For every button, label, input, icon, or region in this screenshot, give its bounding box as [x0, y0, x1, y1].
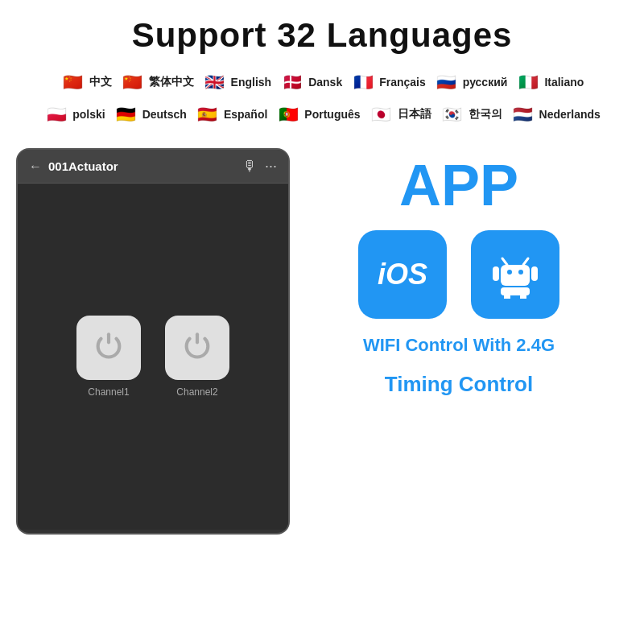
svg-rect-7: [520, 294, 526, 299]
right-panel: APP iOS: [290, 148, 628, 535]
ios-label: iOS: [378, 258, 427, 291]
phone-header-right: 🎙 ···: [242, 158, 277, 175]
flag-icon: 🇨🇳: [120, 69, 146, 95]
language-row-1: 🇨🇳中文🇨🇳繁体中文🇬🇧English🇩🇰Dansk🇫🇷Français🇷🇺ру…: [16, 69, 628, 95]
channel-2-label: Channel2: [176, 386, 217, 398]
language-label: 繁体中文: [149, 75, 194, 89]
title-section: Support 32 Languages: [0, 0, 644, 63]
channel-1-item: Channel1: [76, 316, 141, 398]
language-label: русский: [463, 76, 508, 89]
language-item: 🇯🇵日本語: [369, 101, 431, 127]
language-label: 日本語: [398, 107, 431, 122]
language-item: 🇳🇱Nederlands: [510, 101, 601, 127]
language-item: 🇨🇳中文: [60, 69, 112, 95]
main-container: Support 32 Languages 🇨🇳中文🇨🇳繁体中文🇬🇧English…: [0, 0, 644, 644]
voice-icon: 🎙: [242, 158, 257, 175]
flag-icon: 🇪🇸: [195, 101, 221, 127]
svg-rect-6: [504, 294, 510, 299]
ios-icon[interactable]: iOS: [358, 230, 447, 319]
language-item: 🇮🇹Italiano: [515, 69, 584, 95]
channel-2-button[interactable]: [165, 316, 229, 380]
language-label: Nederlands: [539, 108, 601, 121]
svg-rect-9: [531, 266, 538, 281]
flag-icon: 🇷🇺: [434, 69, 460, 95]
languages-section: 🇨🇳中文🇨🇳繁体中文🇬🇧English🇩🇰Dansk🇫🇷Français🇷🇺ру…: [0, 63, 644, 140]
more-icon: ···: [265, 158, 277, 175]
flag-icon: 🇳🇱: [510, 101, 536, 127]
flag-icon: 🇮🇹: [515, 69, 541, 95]
channels-row: Channel1 Channel2: [76, 316, 229, 398]
bottom-section: ← 001Actuator 🎙 ···: [0, 140, 644, 543]
language-label: Dansk: [308, 76, 342, 89]
language-item: 🇪🇸Español: [195, 101, 267, 127]
flag-icon: 🇬🇧: [202, 69, 228, 95]
channel-2-item: Channel2: [165, 316, 229, 398]
language-label: English: [231, 76, 272, 89]
language-item: 🇵🇱polski: [43, 101, 105, 127]
svg-rect-8: [493, 266, 499, 281]
svg-point-4: [518, 270, 523, 275]
app-label: APP: [399, 156, 518, 214]
language-label: 中文: [89, 75, 112, 89]
language-item: 🇩🇰Dansk: [279, 69, 342, 95]
language-item: 🇰🇷한국의: [440, 101, 502, 127]
channel-1-label: Channel1: [88, 386, 129, 398]
flag-icon: 🇫🇷: [350, 69, 376, 95]
language-label: polski: [72, 108, 105, 121]
power-icon-1: [93, 332, 125, 364]
flag-icon: 🇩🇰: [279, 69, 305, 95]
phone-app-title: 001Actuator: [48, 159, 118, 173]
phone-header: ← 001Actuator 🎙 ···: [18, 150, 288, 184]
language-label: Español: [224, 108, 267, 121]
flag-icon: 🇯🇵: [369, 101, 394, 127]
timing-label: Timing Control: [385, 372, 533, 397]
language-label: 한국의: [469, 107, 502, 122]
android-icon[interactable]: [471, 230, 559, 319]
svg-rect-0: [501, 265, 530, 286]
language-item: 🇨🇳繁体中文: [120, 69, 194, 95]
channel-1-button[interactable]: [76, 316, 141, 380]
svg-line-2: [523, 258, 528, 265]
flag-icon: 🇩🇪: [114, 101, 139, 127]
language-item: 🇵🇹Português: [275, 101, 360, 127]
phone-mockup: ← 001Actuator 🎙 ···: [16, 148, 290, 535]
language-item: 🇫🇷Français: [350, 69, 426, 95]
wifi-label: WIFI Control With 2.4G: [363, 335, 555, 356]
page-title: Support 32 Languages: [8, 16, 636, 55]
language-label: Deutsch: [142, 108, 187, 121]
store-icons-row: iOS: [358, 230, 559, 319]
language-item: 🇷🇺русский: [434, 69, 508, 95]
power-icon-2: [181, 332, 213, 364]
flag-icon: 🇵🇱: [43, 101, 69, 127]
svg-point-3: [507, 270, 512, 275]
svg-line-1: [502, 258, 507, 265]
language-item: 🇩🇪Deutsch: [114, 101, 187, 127]
language-label: Français: [379, 76, 426, 89]
flag-icon: 🇨🇳: [60, 69, 86, 95]
back-arrow-icon: ←: [29, 159, 42, 174]
phone-header-left: ← 001Actuator: [29, 159, 118, 174]
android-robot-icon: [491, 250, 539, 299]
language-row-2: 🇵🇱polski🇩🇪Deutsch🇪🇸Español🇵🇹Português🇯🇵日…: [16, 101, 628, 127]
flag-icon: 🇵🇹: [275, 101, 301, 127]
language-label: Italiano: [544, 76, 584, 89]
language-item: 🇬🇧English: [202, 69, 272, 95]
language-label: Português: [304, 108, 360, 121]
flag-icon: 🇰🇷: [440, 101, 465, 127]
phone-body: Channel1 Channel2: [18, 184, 288, 530]
